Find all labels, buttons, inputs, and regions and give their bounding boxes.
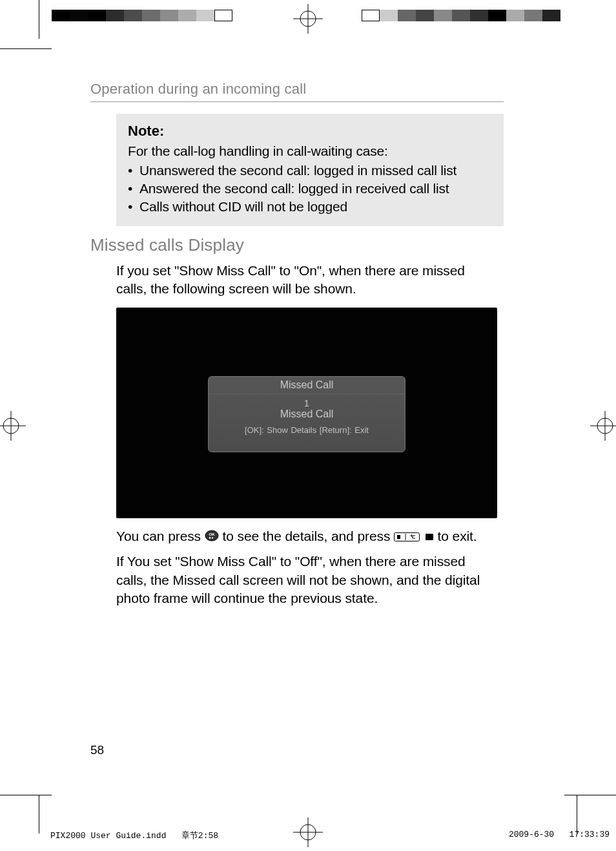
- note-box: Note: For the call-log handling in call-…: [116, 114, 504, 226]
- registration-mark-icon: [590, 411, 616, 441]
- imprint-right: 2009-6-30 17:33:39: [509, 830, 610, 839]
- missed-call-dialog: Missed Call 1 Missed Call [OK]: Show Det…: [208, 376, 406, 452]
- device-screenshot: Missed Call 1 Missed Call [OK]: Show Det…: [116, 308, 497, 518]
- ok-button-icon: OK: [205, 528, 219, 546]
- text-fragment: to see the details, and press: [223, 529, 395, 543]
- return-button-icon: [394, 528, 420, 546]
- imprint-file: PIX2000 User Guide.indd: [50, 831, 166, 841]
- imprint-section: 章节2:58: [181, 831, 218, 841]
- crop-mark-icon: [39, 795, 39, 834]
- page-content: Operation during an incoming call Note: …: [90, 81, 504, 607]
- note-title: Note:: [128, 123, 492, 140]
- crop-mark-icon: [577, 795, 577, 834]
- body-paragraph: If You set "Show Miss Call" to "Off", wh…: [116, 552, 497, 607]
- list-item: Unanswered the second call: logged in mi…: [128, 163, 492, 178]
- crop-mark-icon: [0, 795, 52, 795]
- note-intro: For the call-log handling in call-waitin…: [128, 143, 492, 159]
- running-header: Operation during an incoming call: [90, 81, 504, 102]
- dialog-count: 1: [304, 398, 309, 408]
- crop-mark-icon: [564, 795, 616, 795]
- svg-rect-16: [397, 535, 400, 539]
- text-fragment: to exit.: [438, 529, 477, 543]
- body-paragraph: You can press OK to see the details, and…: [116, 527, 497, 547]
- registration-mark-icon: [293, 817, 323, 847]
- printer-color-bar-right: [362, 10, 560, 21]
- registration-mark-icon: [293, 4, 323, 34]
- body-paragraph: If you set "Show Miss Call" to "On", whe…: [116, 262, 497, 299]
- note-list: Unanswered the second call: logged in mi…: [128, 163, 492, 215]
- registration-mark-icon: [0, 411, 26, 441]
- imprint-time: 17:33:39: [570, 830, 610, 839]
- list-item: Calls without CID will not be logged: [128, 199, 492, 215]
- stop-button-icon: [425, 528, 434, 546]
- svg-text:OK: OK: [209, 532, 215, 536]
- dialog-hint: [OK]: Show Details [Return]: Exit: [245, 425, 369, 435]
- svg-rect-14: [209, 537, 210, 539]
- section-heading: Missed calls Display: [90, 235, 504, 255]
- dialog-title: Missed Call: [280, 379, 334, 391]
- list-item: Answered the second call: logged in rece…: [128, 181, 492, 196]
- crop-mark-icon: [0, 48, 52, 49]
- divider: [209, 394, 405, 394]
- page-number: 58: [90, 743, 104, 757]
- crop-mark-icon: [39, 0, 39, 39]
- imprint-left: PIX2000 User Guide.indd 章节2:58: [50, 830, 218, 841]
- dialog-subtitle: Missed Call: [280, 408, 334, 420]
- printer-color-bar-left: [52, 10, 232, 21]
- imprint-date: 2009-6-30: [509, 830, 554, 839]
- text-fragment: You can press: [116, 529, 205, 543]
- svg-rect-18: [426, 534, 433, 540]
